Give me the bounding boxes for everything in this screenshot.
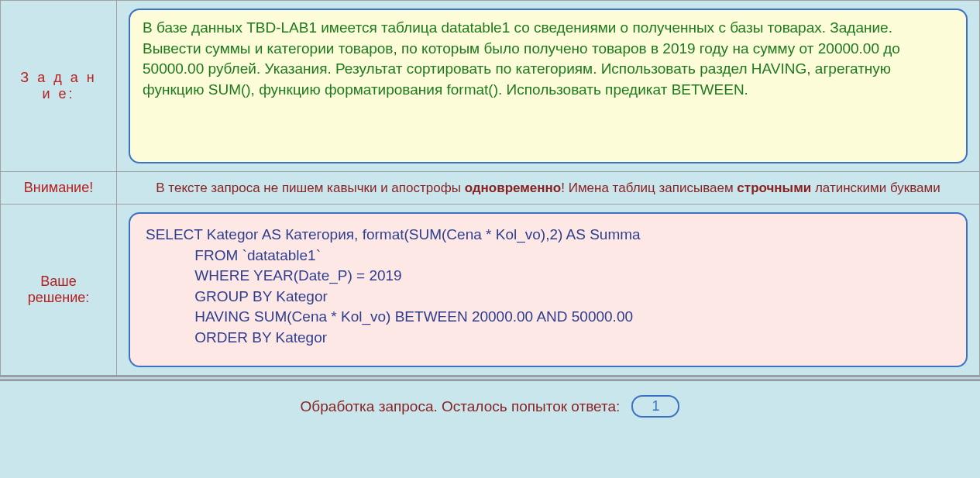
- warning-bold-1: одновременно: [465, 181, 562, 195]
- assignment-table: З а д а н и е: В базе данных TBD-LAB1 им…: [0, 0, 980, 376]
- footer-text: Обработка запроса. Осталось попыток отве…: [301, 398, 621, 415]
- warning-row: Внимание! В тексте запроса не пишем кавы…: [1, 172, 980, 205]
- warning-text-after: латинскими буквами: [811, 181, 940, 195]
- warning-text-middle: ! Имена таблиц записываем: [561, 181, 737, 195]
- warning-content-cell: В тексте запроса не пишем кавычки и апос…: [117, 172, 980, 205]
- task-content-cell: В базе данных TBD-LAB1 имеется таблица d…: [117, 1, 980, 172]
- footer-area: Обработка запроса. Осталось попыток отве…: [0, 380, 980, 432]
- task-row: З а д а н и е: В базе данных TBD-LAB1 им…: [1, 1, 980, 172]
- task-label: З а д а н и е:: [1, 1, 117, 172]
- warning-label: Внимание!: [1, 172, 117, 205]
- solution-content-cell: SELECT Kategor AS Категория, format(SUM(…: [117, 205, 980, 376]
- attempts-badge: 1: [631, 395, 679, 418]
- warning-bold-2: строчными: [737, 181, 811, 195]
- solution-row: Ваше решение: SELECT Kategor AS Категори…: [1, 205, 980, 376]
- task-box: В базе данных TBD-LAB1 имеется таблица d…: [129, 9, 968, 163]
- solution-label: Ваше решение:: [1, 205, 117, 376]
- warning-text-before: В тексте запроса не пишем кавычки и апос…: [156, 181, 464, 195]
- solution-box[interactable]: SELECT Kategor AS Категория, format(SUM(…: [129, 212, 968, 367]
